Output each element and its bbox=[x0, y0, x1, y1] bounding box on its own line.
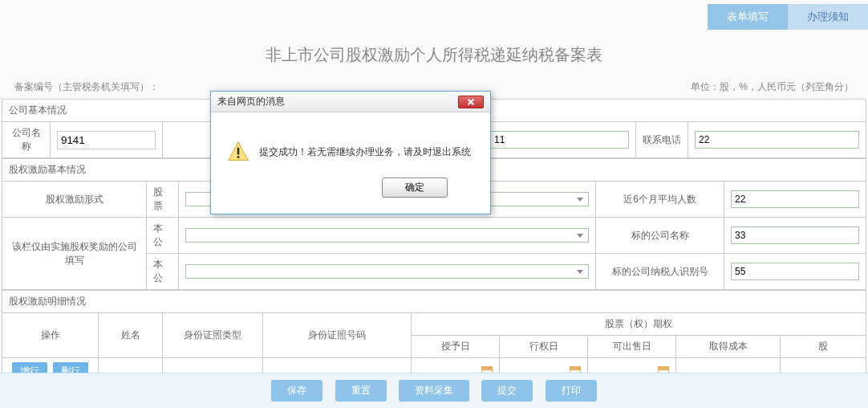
dialog-message: 提交成功！若无需继续办理业务，请及时退出系统 bbox=[259, 141, 471, 159]
top-tabs: 表单填写 办理须知 bbox=[708, 4, 868, 30]
target-tax-input[interactable] bbox=[731, 263, 859, 280]
save-button[interactable]: 保存 bbox=[271, 380, 322, 402]
col-id-no: 身份证照号码 bbox=[263, 313, 412, 358]
dialog-title: 来自网页的消息 bbox=[217, 95, 285, 108]
col-stock-group: 股票（权）期权 bbox=[412, 313, 866, 336]
target-name-input[interactable] bbox=[731, 226, 859, 244]
impl-company-label: 该栏仅由实施股权奖励的公司填写 bbox=[2, 218, 147, 290]
target-tax-label: 标的公司纳税人识别号 bbox=[596, 254, 724, 290]
incentive-form-label: 股权激励形式 bbox=[2, 182, 147, 218]
collect-button[interactable]: 资料采集 bbox=[399, 380, 469, 402]
target-name-label: 标的公司名称 bbox=[596, 218, 724, 254]
sub-row1-select[interactable] bbox=[185, 228, 589, 243]
col-stock: 股 bbox=[781, 336, 866, 358]
col-grant-date: 授予日 bbox=[412, 336, 500, 358]
tab-notice[interactable]: 办理须知 bbox=[788, 4, 868, 30]
section-detail-header: 股权激励明细情况 bbox=[2, 291, 866, 313]
submit-button[interactable]: 提交 bbox=[481, 380, 533, 402]
col-cost: 取得成本 bbox=[676, 336, 781, 358]
svg-rect-1 bbox=[237, 148, 240, 155]
print-button[interactable]: 打印 bbox=[546, 380, 597, 402]
company-phone-label: 联系电话 bbox=[636, 122, 688, 158]
company-name-input[interactable] bbox=[57, 131, 156, 149]
unit-label: 单位：股，%，人民币元（列至角分） bbox=[691, 80, 854, 94]
svg-rect-2 bbox=[237, 156, 240, 158]
col-sell-date: 可出售日 bbox=[588, 336, 676, 358]
col-exercise-date: 行权日 bbox=[500, 336, 588, 358]
record-number-label: 备案编号（主管税务机关填写）： bbox=[14, 80, 159, 94]
col-op: 操作 bbox=[2, 313, 99, 358]
col-name: 姓名 bbox=[99, 313, 163, 358]
avg-people-label: 近6个月平均人数 bbox=[596, 182, 724, 218]
col-id-type: 身份证照类型 bbox=[163, 313, 263, 358]
footer-bar: 保存 重置 资料采集 提交 打印 bbox=[0, 373, 868, 408]
sub-row2-select[interactable] bbox=[185, 264, 589, 279]
message-dialog: 来自网页的消息 提交成功！若无需继续办理业务，请及时退出系统 确定 bbox=[210, 91, 491, 214]
company-field-11-input[interactable] bbox=[490, 131, 629, 149]
sub-row2-prefix: 本公 bbox=[147, 254, 179, 290]
company-name-label: 公司名称 bbox=[2, 122, 51, 158]
avg-people-input[interactable] bbox=[731, 190, 859, 208]
warning-icon bbox=[227, 141, 249, 163]
close-icon[interactable] bbox=[458, 96, 484, 108]
tab-form-fill[interactable]: 表单填写 bbox=[708, 4, 788, 30]
incentive-form-value[interactable]: 股票 bbox=[147, 182, 179, 218]
reset-button[interactable]: 重置 bbox=[335, 380, 387, 402]
ok-button[interactable]: 确定 bbox=[382, 177, 448, 198]
company-phone-input[interactable] bbox=[695, 131, 859, 149]
sub-row1-prefix: 本公 bbox=[147, 218, 179, 254]
